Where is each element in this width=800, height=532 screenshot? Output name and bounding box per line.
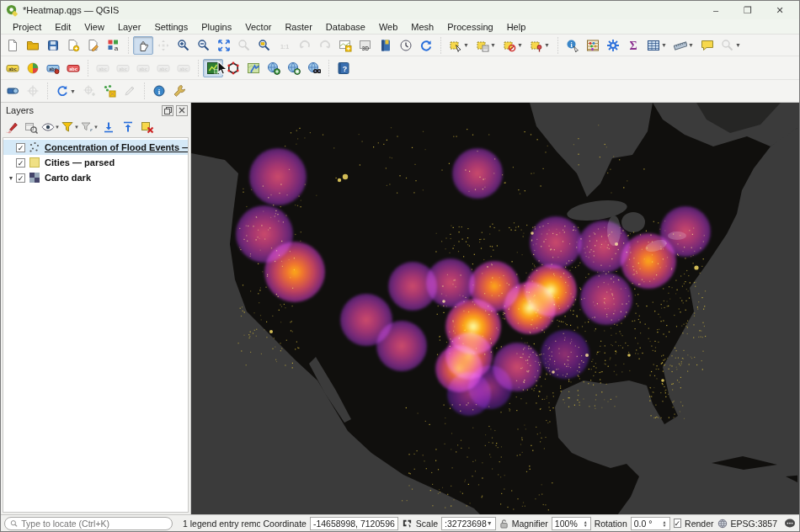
menu-edit[interactable]: Edit bbox=[48, 20, 77, 34]
layer-item-cities-parsed[interactable]: ✓Cities — parsed bbox=[3, 155, 188, 170]
new-3d-map-view-button[interactable]: 3D bbox=[355, 36, 376, 55]
render-checkbox[interactable]: ✓ bbox=[674, 519, 682, 528]
menu-database[interactable]: Database bbox=[319, 20, 372, 34]
spinner-icon[interactable]: ▲▼ bbox=[584, 520, 588, 527]
menu-processing[interactable]: Processing bbox=[440, 20, 499, 34]
maximize-button[interactable]: ❐ bbox=[732, 2, 764, 19]
web-service-add-button[interactable] bbox=[264, 59, 284, 77]
zoom-out-button[interactable] bbox=[194, 36, 214, 55]
menu-mesh[interactable]: Mesh bbox=[404, 20, 440, 34]
menu-raster[interactable]: Raster bbox=[278, 20, 318, 34]
menu-web[interactable]: Web bbox=[372, 20, 404, 34]
recenter-button[interactable] bbox=[23, 82, 43, 100]
pan-to-selection-button[interactable] bbox=[153, 36, 173, 55]
close-button[interactable]: ✕ bbox=[764, 2, 796, 19]
shape-digitizing-button[interactable] bbox=[223, 59, 243, 77]
filter-legend-button[interactable]: ▼ bbox=[61, 119, 79, 136]
new-project-button[interactable] bbox=[3, 36, 23, 55]
map-canvas[interactable] bbox=[191, 103, 799, 514]
lock-scale-icon[interactable] bbox=[499, 519, 509, 529]
change-label-properties-button[interactable]: abc bbox=[173, 59, 194, 77]
move-label-button[interactable]: abc bbox=[113, 59, 133, 77]
style-manager-button[interactable]: a bbox=[104, 36, 124, 55]
layer-diagram-button[interactable] bbox=[23, 59, 43, 77]
collapse-all-button[interactable] bbox=[119, 119, 137, 136]
identify-features-button[interactable]: i bbox=[563, 36, 583, 55]
help-contents-button[interactable]: ? bbox=[333, 59, 354, 77]
scale-combo[interactable]: :32723698▼ bbox=[441, 517, 496, 530]
spinner-icon[interactable]: ▲▼ bbox=[663, 520, 667, 527]
refresh-map-button[interactable] bbox=[416, 36, 436, 55]
extents-toggle-icon[interactable] bbox=[402, 518, 413, 529]
osm-place-search-button[interactable]: ▼ bbox=[717, 36, 744, 55]
zoom-last-button[interactable] bbox=[295, 36, 315, 55]
change-label-button[interactable]: abc bbox=[153, 59, 173, 77]
processing-toolbox-button[interactable] bbox=[603, 36, 623, 55]
layer-item-concentration-of-flood-events-parsed[interactable]: ✓Concentration of Flood Events — parsed bbox=[3, 140, 188, 155]
highlight-pinned-labels-button[interactable]: abc bbox=[63, 59, 83, 77]
manage-map-themes-button[interactable]: ▼ bbox=[41, 119, 60, 136]
zoom-in-button[interactable] bbox=[173, 36, 194, 55]
layer-item-carto-dark[interactable]: ▼✓Carto dark bbox=[3, 170, 188, 185]
metadata-info-button[interactable]: i bbox=[149, 82, 169, 100]
menu-vector[interactable]: Vector bbox=[238, 20, 278, 34]
select-features-by-value-button[interactable]: ▼ bbox=[472, 36, 499, 55]
remove-layer-button[interactable] bbox=[138, 119, 157, 136]
show-hide-labels-button[interactable]: abc bbox=[93, 59, 113, 77]
menu-view[interactable]: View bbox=[77, 20, 111, 34]
new-map-view-button[interactable] bbox=[335, 36, 355, 55]
vertex-editor-button[interactable] bbox=[99, 82, 120, 100]
locate-search-box[interactable] bbox=[4, 517, 173, 530]
layout-manager-button[interactable] bbox=[83, 36, 104, 55]
rotate-label-button[interactable]: abc bbox=[133, 59, 153, 77]
quickmapservices-button[interactable] bbox=[243, 59, 264, 77]
layer-visibility-checkbox[interactable]: ✓ bbox=[16, 173, 25, 183]
spatial-bookmarks-button[interactable] bbox=[376, 36, 396, 55]
panel-float-button[interactable] bbox=[162, 105, 173, 116]
field-calculator-button[interactable] bbox=[583, 36, 603, 55]
select-features-button[interactable]: ▼ bbox=[445, 36, 472, 55]
gps-tools-button[interactable] bbox=[3, 82, 23, 100]
zoom-next-button[interactable] bbox=[315, 36, 335, 55]
expand-all-button[interactable] bbox=[99, 119, 118, 136]
edit-features-button[interactable] bbox=[120, 82, 140, 100]
menu-project[interactable]: Project bbox=[6, 20, 48, 34]
menu-help[interactable]: Help bbox=[500, 20, 533, 34]
attribute-table-button[interactable]: ▼ bbox=[643, 36, 670, 55]
menu-layer[interactable]: Layer bbox=[111, 20, 148, 34]
layer-visibility-checkbox[interactable]: ✓ bbox=[16, 158, 25, 168]
temporal-controller-button[interactable] bbox=[396, 36, 416, 55]
zoom-native-button[interactable]: 1:1 bbox=[275, 36, 295, 55]
statistical-summary-button[interactable]: Σ bbox=[623, 36, 643, 55]
web-service-settings-button[interactable] bbox=[284, 59, 304, 77]
minimize-button[interactable]: – bbox=[700, 2, 732, 19]
offset-point-symbols-button[interactable] bbox=[79, 82, 99, 100]
magnifier-input[interactable]: 100%▲▼ bbox=[552, 517, 591, 530]
add-group-button[interactable] bbox=[22, 119, 40, 136]
crs-indicator[interactable]: EPSG:3857 bbox=[731, 519, 777, 529]
map-tips-button[interactable] bbox=[697, 36, 717, 55]
filter-by-expression-button[interactable]: ε▼ bbox=[80, 119, 99, 136]
messages-button[interactable] bbox=[784, 519, 796, 529]
expander-icon[interactable]: ▼ bbox=[7, 175, 15, 181]
layer-labeling-button[interactable]: abc bbox=[3, 59, 23, 77]
save-project-button[interactable] bbox=[43, 36, 63, 55]
coordinate-input[interactable]: -14658998, 7120596 bbox=[310, 517, 398, 530]
locate-search-input[interactable] bbox=[21, 519, 167, 529]
menu-settings[interactable]: Settings bbox=[147, 20, 195, 34]
layer-visibility-checkbox[interactable]: ✓ bbox=[16, 143, 25, 152]
measure-button[interactable]: ▼ bbox=[670, 36, 697, 55]
zoom-to-layer-button[interactable] bbox=[254, 36, 275, 55]
select-by-location-button[interactable]: ▼ bbox=[526, 36, 553, 55]
metasearch-button[interactable] bbox=[304, 59, 324, 77]
menu-plugins[interactable]: Plugins bbox=[195, 20, 238, 34]
pan-map-button[interactable] bbox=[133, 36, 153, 55]
zoom-to-selection-button[interactable] bbox=[234, 36, 254, 55]
deselect-features-button[interactable]: ▼ bbox=[499, 36, 526, 55]
save-project-as-button[interactable] bbox=[63, 36, 83, 55]
zoom-full-button[interactable] bbox=[214, 36, 234, 55]
rotate-point-symbols-button[interactable]: ▼ bbox=[52, 82, 79, 100]
pin-labels-button[interactable]: abc bbox=[43, 59, 63, 77]
open-layer-styling-button[interactable] bbox=[3, 119, 21, 136]
open-project-button[interactable] bbox=[23, 36, 43, 55]
